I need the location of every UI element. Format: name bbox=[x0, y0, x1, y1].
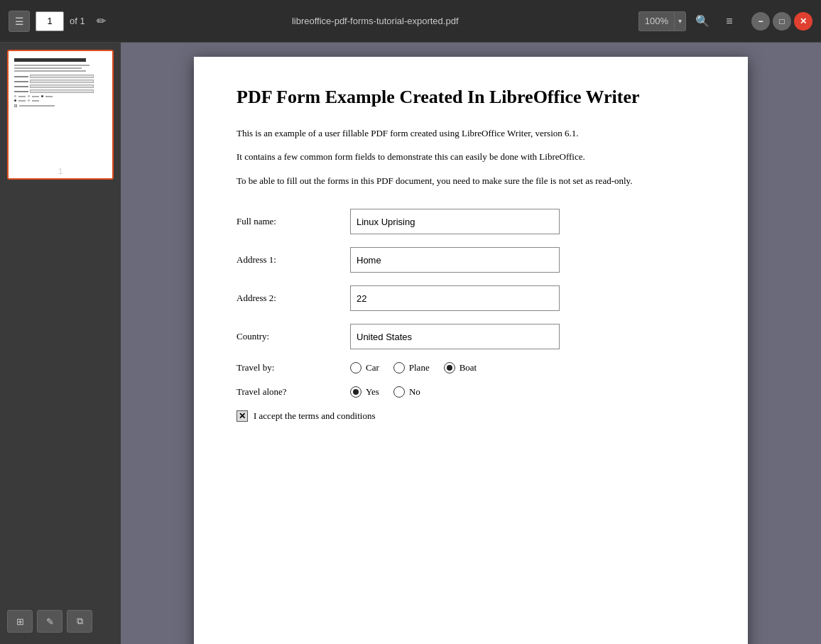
main-area: 1 ⊞ ✎ ⧉ PDF Form Example Created In Libr… bbox=[0, 43, 821, 644]
travel-alone-yes-radio[interactable] bbox=[350, 386, 361, 398]
thumbnail-preview bbox=[11, 54, 97, 164]
window-controls: − □ ✕ bbox=[751, 12, 812, 31]
pdf-form: Full name: Address 1: Address 2: bbox=[236, 209, 705, 422]
edit-icon: ✏ bbox=[97, 14, 106, 28]
pdf-document-title: PDF Form Example Created In LibreOffice … bbox=[236, 85, 705, 109]
annotation-icon: ✎ bbox=[46, 616, 54, 627]
terms-checkbox[interactable]: ✕ bbox=[236, 410, 248, 422]
zoom-value-label: 100% bbox=[638, 11, 674, 31]
address1-row: Address 1: bbox=[236, 247, 705, 273]
layers-button[interactable]: ⧉ bbox=[67, 610, 92, 633]
travel-alone-no-radio[interactable] bbox=[393, 386, 405, 398]
address1-input[interactable] bbox=[350, 247, 560, 273]
grid-view-button[interactable]: ⊞ bbox=[7, 610, 33, 633]
travel-by-plane-label: Plane bbox=[409, 362, 430, 373]
search-button[interactable]: 🔍 bbox=[692, 11, 713, 32]
travel-by-label: Travel by: bbox=[236, 362, 350, 373]
close-button[interactable]: ✕ bbox=[794, 12, 812, 31]
menu-button[interactable]: ≡ bbox=[719, 11, 740, 32]
pdf-viewer-area: PDF Form Example Created In LibreOffice … bbox=[121, 43, 821, 644]
fullname-label: Full name: bbox=[236, 216, 350, 227]
titlebar: ☰ of 1 ✏ libreoffice-pdf-forms-tutorial-… bbox=[0, 0, 821, 43]
maximize-button[interactable]: □ bbox=[773, 12, 791, 31]
minimize-button[interactable]: − bbox=[751, 12, 770, 31]
zoom-dropdown-button[interactable]: ▾ bbox=[674, 11, 686, 31]
travel-alone-no-label: No bbox=[409, 386, 420, 398]
page-thumb-number: 1 bbox=[11, 167, 109, 175]
travel-by-row: Travel by: Car Plane bbox=[236, 362, 705, 373]
travel-alone-options: Yes No bbox=[350, 386, 420, 398]
search-icon: 🔍 bbox=[695, 14, 709, 28]
travel-by-plane-radio[interactable] bbox=[393, 362, 405, 373]
travel-by-boat-radio[interactable] bbox=[444, 362, 455, 373]
address2-row: Address 2: bbox=[236, 285, 705, 311]
country-label: Country: bbox=[236, 331, 350, 342]
travel-by-options: Car Plane Boat bbox=[350, 362, 477, 373]
travel-alone-label: Travel alone? bbox=[236, 386, 350, 398]
page-total-label: of 1 bbox=[70, 16, 85, 26]
sidebar: 1 ⊞ ✎ ⧉ bbox=[0, 43, 121, 644]
travel-alone-yes-label: Yes bbox=[366, 386, 379, 398]
layers-icon: ⧉ bbox=[77, 616, 83, 627]
pdf-paragraph-2: It contains a few common form fields to … bbox=[236, 150, 705, 164]
document-title: libreoffice-pdf-forms-tutorial-exported.… bbox=[118, 16, 633, 26]
travel-by-car-radio[interactable] bbox=[350, 362, 361, 373]
sidebar-toggle-button[interactable]: ☰ bbox=[9, 11, 30, 32]
page-number-input[interactable] bbox=[36, 11, 64, 31]
zoom-control: 100% ▾ bbox=[638, 11, 686, 31]
country-row: Country: bbox=[236, 324, 705, 349]
pdf-paragraph-3: To be able to fill out the forms in this… bbox=[236, 174, 705, 188]
terms-row: ✕ I accept the terms and conditions bbox=[236, 410, 705, 422]
fullname-input[interactable] bbox=[350, 209, 560, 234]
country-input[interactable] bbox=[350, 324, 560, 349]
sidebar-toggle-icon: ☰ bbox=[15, 16, 24, 27]
terms-label: I accept the terms and conditions bbox=[254, 410, 375, 422]
app-container: ☰ of 1 ✏ libreoffice-pdf-forms-tutorial-… bbox=[0, 0, 821, 644]
menu-icon: ≡ bbox=[726, 15, 732, 28]
pdf-paragraph-1: This is an example of a user fillable PD… bbox=[236, 126, 705, 141]
travel-by-car-option[interactable]: Car bbox=[350, 362, 379, 373]
travel-alone-yes-option[interactable]: Yes bbox=[350, 386, 379, 398]
pdf-page: PDF Form Example Created In LibreOffice … bbox=[194, 57, 748, 644]
travel-by-boat-option[interactable]: Boat bbox=[444, 362, 477, 373]
travel-alone-row: Travel alone? Yes No bbox=[236, 386, 705, 398]
sidebar-tools: ⊞ ✎ ⧉ bbox=[7, 606, 114, 637]
address2-label: Address 2: bbox=[236, 293, 350, 304]
edit-button[interactable]: ✏ bbox=[91, 11, 112, 32]
travel-by-plane-option[interactable]: Plane bbox=[393, 362, 430, 373]
fullname-row: Full name: bbox=[236, 209, 705, 234]
travel-by-car-label: Car bbox=[366, 362, 379, 373]
travel-by-boat-label: Boat bbox=[460, 362, 477, 373]
travel-alone-no-option[interactable]: No bbox=[393, 386, 420, 398]
grid-icon: ⊞ bbox=[16, 616, 24, 627]
address2-input[interactable] bbox=[350, 285, 560, 311]
page-thumbnail[interactable]: 1 bbox=[7, 50, 114, 180]
annotation-button[interactable]: ✎ bbox=[37, 610, 62, 633]
address1-label: Address 1: bbox=[236, 254, 350, 266]
